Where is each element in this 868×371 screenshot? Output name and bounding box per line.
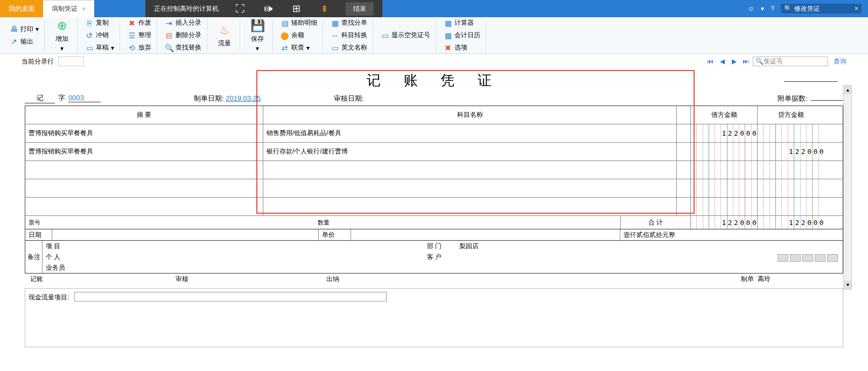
cell-qty[interactable]	[677, 161, 691, 179]
void-button[interactable]: ✖作废	[125, 17, 153, 29]
calculator-button[interactable]: ▦计算器	[442, 17, 482, 29]
print-button[interactable]: 🖶打印 ▾	[8, 24, 41, 35]
clear-search-icon[interactable]: ×	[855, 5, 858, 12]
biz-label: 业务员	[43, 262, 69, 273]
tab-voucher[interactable]: 填制凭证 ×	[43, 0, 94, 17]
grid-row[interactable]	[25, 179, 843, 198]
cell-summary[interactable]	[25, 198, 263, 215]
tiny-icon-1[interactable]	[778, 254, 788, 262]
voucher-seq[interactable]: 0003	[68, 94, 101, 102]
dropdown-icon[interactable]: ▾	[761, 5, 764, 12]
copy-button[interactable]: ⎘复制	[83, 17, 116, 29]
current-row-input[interactable]	[58, 57, 84, 66]
cashflow-panel: 现金流量项目:	[25, 288, 843, 347]
scroll-down-icon[interactable]: ▾	[844, 281, 851, 289]
cashflow-input[interactable]	[74, 292, 387, 302]
sign-cashier: 出纳	[326, 275, 741, 284]
add-window-icon[interactable]: ⊞	[290, 2, 303, 15]
grid-row[interactable]: 曹博报销购买早餐餐具 银行存款/个人银行/建行曹博 122000	[25, 143, 843, 161]
tiny-icon-4[interactable]	[815, 254, 825, 262]
save-button[interactable]: 💾保存 ▾	[246, 16, 269, 54]
find-icon: 🔍	[165, 44, 173, 52]
remark-label: 备注	[25, 241, 43, 273]
first-icon[interactable]: ⏮	[705, 57, 715, 66]
abandon-button[interactable]: ⟲放弃	[125, 42, 153, 53]
next-icon[interactable]: ▶	[729, 57, 739, 66]
voucher-search[interactable]: 🔍	[753, 57, 828, 66]
cell-credit[interactable]	[758, 198, 824, 215]
cell-debit[interactable]	[691, 198, 758, 215]
cell-subject[interactable]: 银行存款/个人银行/建行曹博	[263, 143, 677, 160]
insert-entry-button[interactable]: ⇥插入分录	[163, 17, 204, 29]
cell-debit[interactable]: 122000	[691, 124, 758, 142]
top-search[interactable]: 🔍 ×	[781, 4, 862, 13]
cell-credit[interactable]: 122000	[758, 143, 824, 160]
make-date-value[interactable]: 2019.03.25	[226, 94, 261, 102]
scroll-up-icon[interactable]: ▴	[844, 86, 851, 94]
cell-summary[interactable]	[25, 161, 263, 179]
flow-button[interactable]: ♨流量	[213, 20, 236, 50]
cell-qty[interactable]	[677, 198, 691, 215]
help-icon[interactable]: ?	[771, 5, 774, 12]
tiny-icon-5[interactable]	[827, 254, 838, 262]
smile-icon[interactable]: ☺	[748, 5, 754, 12]
last-icon[interactable]: ⏭	[741, 57, 751, 66]
dept-value[interactable]: 梨园店	[456, 241, 843, 251]
show-empty-button[interactable]: ▭显示空凭证号	[379, 30, 432, 41]
cell-summary[interactable]: 曹博报销购买早餐餐具	[25, 143, 263, 160]
col-credit: 贷方金额	[758, 106, 824, 124]
cell-summary[interactable]	[25, 179, 263, 197]
draft-button[interactable]: ▭草稿 ▾	[83, 42, 116, 53]
link-check-button[interactable]: ⇄联查 ▾	[278, 42, 319, 53]
tiny-icon-2[interactable]	[790, 254, 801, 262]
vertical-scrollbar[interactable]: ▴ ▾	[843, 85, 852, 290]
subject-convert-button[interactable]: ↔科目转换	[328, 30, 369, 41]
grid-row[interactable]	[25, 161, 843, 179]
attach-value[interactable]	[811, 100, 843, 101]
cell-credit[interactable]	[758, 179, 824, 197]
find-replace-button[interactable]: 🔍查找替换	[163, 42, 204, 53]
calendar-icon: ▦	[444, 31, 452, 40]
query-button[interactable]: 查询	[834, 57, 846, 66]
cell-subject[interactable]	[263, 198, 677, 215]
voucher-prefix[interactable]: 记	[25, 93, 55, 103]
options-button[interactable]: ✖选项	[442, 42, 482, 53]
cell-summary[interactable]: 曹博报销购买早餐餐具	[25, 124, 263, 142]
grid-row[interactable]	[25, 198, 843, 216]
cell-debit[interactable]	[691, 161, 758, 179]
cell-subject[interactable]	[263, 179, 677, 197]
aux-detail-button[interactable]: ▤辅助明细	[278, 17, 319, 29]
balance-button[interactable]: ⬤余额	[278, 30, 319, 41]
aux-icon: ▤	[281, 19, 289, 27]
delete-entry-button[interactable]: ⊟删除分录	[163, 30, 204, 41]
offset-button[interactable]: ↺冲销	[83, 30, 116, 41]
output-button[interactable]: ↗输出	[8, 36, 41, 47]
cell-debit[interactable]	[691, 143, 758, 160]
cell-subject[interactable]	[263, 161, 677, 179]
tab-desktop[interactable]: 我的桌面	[0, 0, 43, 17]
cell-credit[interactable]	[758, 124, 824, 142]
cell-qty[interactable]	[677, 143, 691, 160]
prev-icon[interactable]: ◀	[717, 57, 727, 66]
add-button[interactable]: ⊕增加 ▾	[50, 16, 74, 54]
tidy-button[interactable]: ☰整理	[125, 30, 153, 41]
fullscreen-icon[interactable]: ⛶	[234, 2, 247, 15]
cell-qty[interactable]	[677, 124, 691, 142]
find-split-button[interactable]: ▦查找分单	[328, 17, 369, 29]
cell-subject[interactable]: 销售费用/低值易耗品/餐具	[263, 124, 677, 142]
close-icon[interactable]: ×	[82, 5, 86, 13]
calendar-button[interactable]: ▦会计日历	[442, 30, 482, 41]
search-icon: 🔍	[784, 5, 792, 12]
cell-credit[interactable]	[758, 161, 824, 179]
grid-row[interactable]: 曹博报销购买早餐餐具 销售费用/低值易耗品/餐具 122000	[25, 124, 843, 143]
sound-icon[interactable]: 🕪	[262, 2, 275, 15]
english-name-button[interactable]: ▭英文名称	[328, 42, 369, 53]
voucher-no-input[interactable]	[764, 58, 823, 65]
tiny-icon-3[interactable]	[802, 254, 813, 262]
cell-qty[interactable]	[677, 179, 691, 197]
cell-debit[interactable]	[691, 179, 758, 197]
total-cn: 壹仟贰佰贰拾元整	[620, 229, 843, 240]
top-search-input[interactable]	[794, 5, 853, 12]
pin-icon[interactable]: ⇟	[318, 2, 331, 15]
end-remote-button[interactable]: 结束	[346, 2, 374, 16]
